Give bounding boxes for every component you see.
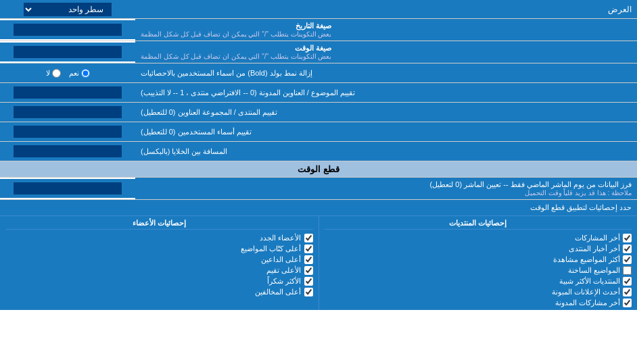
topic-order-label: تقييم الموضوع / العناوين المدونة (0 -- ا…: [135, 83, 637, 102]
topic-order-row: تقييم الموضوع / العناوين المدونة (0 -- ا…: [0, 83, 637, 103]
time-format-input[interactable]: H:i: [14, 46, 122, 58]
list-item: الأكثر شكراً: [5, 277, 313, 286]
topic-order-input[interactable]: 33: [14, 86, 122, 99]
display-select-wrapper: سطر واحدسطرانثلاثة أسطر: [0, 1, 135, 18]
two-col-checkboxes: إحصائيات المنتديات أخر المشاركات أخر أخب…: [0, 216, 637, 310]
checkbox-members-2[interactable]: [304, 244, 313, 253]
list-item: أحدث الإعلانات المبونة: [325, 288, 632, 296]
date-format-input[interactable]: d-m: [14, 24, 122, 36]
checkbox-members-3-label: أعلى الداعين: [261, 255, 301, 264]
list-item: أكثر المواضيع مشاهدة: [325, 255, 632, 264]
checkbox-posts-2-label: أخر أخبار المنتدى: [569, 244, 620, 253]
list-item: أخر أخبار المنتدى: [325, 244, 632, 253]
user-order-label: تقييم أسماء المستخدمين (0 للتعطيل): [135, 122, 637, 141]
time-format-title: صيغة الوقت: [141, 44, 331, 53]
time-format-row: صيغة الوقت بعض التكوينات يتطلب "/" التي …: [0, 41, 637, 63]
checkbox-posts-5-label: المنتديات الأكثر شبية: [559, 277, 620, 286]
cell-spacing-label: المسافة بين الخلايا (بالبكسل): [135, 142, 637, 161]
checkbox-posts-3-label: أكثر المواضيع مشاهدة: [553, 255, 620, 264]
checkbox-posts-1[interactable]: [623, 234, 632, 242]
checkbox-posts-4[interactable]: [623, 266, 632, 275]
time-format-sublabel: بعض التكوينات يتطلب "/" التي يمكن ان تضا…: [141, 53, 331, 60]
checkbox-members-4-label: الأعلى تقيم: [266, 266, 301, 275]
forum-order-input-wrapper: 33: [0, 103, 135, 122]
members-stats-col-title: إحصائيات الأعضاء: [5, 219, 313, 230]
time-cut-input-wrapper: 0: [0, 179, 135, 198]
checkbox-posts-7-label: أخر مشاركات المدونة: [555, 298, 620, 307]
time-format-input-wrapper: H:i: [0, 43, 135, 61]
checkbox-members-6[interactable]: [304, 288, 313, 296]
bold-label: إزالة نمط بولد (Bold) من اسماء المستخدمي…: [135, 63, 637, 82]
checkbox-posts-3[interactable]: [623, 255, 632, 264]
list-item: أعلى الداعين: [5, 255, 313, 264]
list-item: المنتديات الأكثر شبية: [325, 277, 632, 286]
checkbox-members-3[interactable]: [304, 255, 313, 264]
cell-spacing-input-wrapper: 2: [0, 142, 135, 161]
checkbox-posts-7[interactable]: [623, 298, 632, 307]
topic-order-input-wrapper: 33: [0, 83, 135, 102]
time-cut-label: فرز البيانات من يوم الماشر الماضي فقط --…: [135, 178, 637, 199]
checkbox-posts-4-label: المواضيع الساخنة: [568, 266, 620, 275]
checkbox-members-4[interactable]: [304, 266, 313, 275]
checkbox-posts-5[interactable]: [623, 277, 632, 286]
forum-order-label: تقييم المنتدى / المجموعة العناوين (0 للت…: [135, 103, 637, 122]
checkbox-posts-1-label: أخر المشاركات: [575, 234, 620, 242]
checkbox-members-1[interactable]: [304, 234, 313, 242]
bold-row: إزالة نمط بولد (Bold) من اسماء المستخدمي…: [0, 63, 637, 83]
members-stats-col: إحصائيات الأعضاء الأعضاء الجدد أعلى كتّا…: [0, 216, 319, 310]
list-item: الأعضاء الجدد: [5, 234, 313, 242]
posts-stats-col: إحصائيات المنتديات أخر المشاركات أخر أخب…: [319, 216, 638, 310]
time-format-label: صيغة الوقت بعض التكوينات يتطلب "/" التي …: [135, 41, 637, 63]
checkbox-members-5-label: الأكثر شكراً: [267, 277, 301, 286]
checkbox-members-2-label: أعلى كتّاب المواضيع: [241, 244, 301, 253]
stats-limit-label: حدد إحصائيات لتطبيق قطع الوقت: [0, 202, 637, 213]
stats-limit-row: حدد إحصائيات لتطبيق قطع الوقت: [0, 200, 637, 216]
bold-radio-area: نعم لا: [0, 63, 135, 82]
bold-radio-no[interactable]: [52, 69, 61, 78]
main-container: العرض سطر واحدسطرانثلاثة أسطر صيغة التار…: [0, 0, 637, 310]
time-cut-section-header: قطع الوقت: [0, 161, 637, 178]
forum-order-input[interactable]: 33: [14, 106, 122, 118]
user-order-input-wrapper: 0: [0, 122, 135, 141]
forum-order-row: تقييم المنتدى / المجموعة العناوين (0 للت…: [0, 103, 637, 122]
checkbox-posts-6-label: أحدث الإعلانات المبونة: [552, 288, 620, 296]
user-order-input[interactable]: 0: [14, 126, 122, 138]
checkbox-members-6-label: أعلى المخالفين: [255, 288, 301, 296]
posts-stats-col-title: إحصائيات المنتديات: [325, 219, 632, 230]
time-cut-row: فرز البيانات من يوم الماشر الماضي فقط --…: [0, 178, 637, 200]
checkbox-posts-6[interactable]: [623, 288, 632, 296]
list-item: أخر مشاركات المدونة: [325, 298, 632, 307]
bold-yes-text: نعم: [69, 69, 79, 78]
date-format-sublabel: بعض التكوينات يتطلب "/" التي يمكن ان تضا…: [141, 30, 331, 38]
checkbox-posts-2[interactable]: [623, 244, 632, 253]
list-item: أعلى كتّاب المواضيع: [5, 244, 313, 253]
date-format-row: صيغة التاريخ بعض التكوينات يتطلب "/" الت…: [0, 19, 637, 41]
checkboxes-wrapper: حدد إحصائيات لتطبيق قطع الوقت إحصائيات ا…: [0, 200, 637, 310]
bold-radio-no-label[interactable]: لا: [46, 69, 61, 78]
time-cut-title: فرز البيانات من يوم الماشر الماضي فقط --…: [141, 180, 632, 189]
bold-radio-yes[interactable]: [81, 69, 90, 78]
display-label: العرض: [135, 2, 637, 17]
time-cut-input[interactable]: 0: [14, 182, 122, 194]
display-select[interactable]: سطر واحدسطرانثلاثة أسطر: [24, 3, 112, 16]
cell-spacing-input[interactable]: 2: [14, 145, 122, 157]
user-order-row: تقييم أسماء المستخدمين (0 للتعطيل) 0: [0, 122, 637, 142]
bold-no-text: لا: [46, 69, 50, 78]
date-format-label: صيغة التاريخ بعض التكوينات يتطلب "/" الت…: [135, 19, 637, 41]
checkbox-members-1-label: الأعضاء الجدد: [260, 234, 301, 242]
display-row: العرض سطر واحدسطرانثلاثة أسطر: [0, 0, 637, 19]
date-format-input-wrapper: d-m: [0, 20, 135, 39]
list-item: الأعلى تقيم: [5, 266, 313, 275]
cell-spacing-row: المسافة بين الخلايا (بالبكسل) 2: [0, 142, 637, 161]
list-item: أعلى المخالفين: [5, 288, 313, 296]
time-cut-note: ملاحظة : هذا قد يزيد قلياً وقت التحميل: [141, 189, 632, 197]
checkbox-members-5[interactable]: [304, 277, 313, 286]
date-format-title: صيغة التاريخ: [141, 22, 331, 30]
list-item: أخر المشاركات: [325, 234, 632, 242]
bold-radio-yes-label[interactable]: نعم: [69, 69, 90, 78]
list-item: المواضيع الساخنة: [325, 266, 632, 275]
